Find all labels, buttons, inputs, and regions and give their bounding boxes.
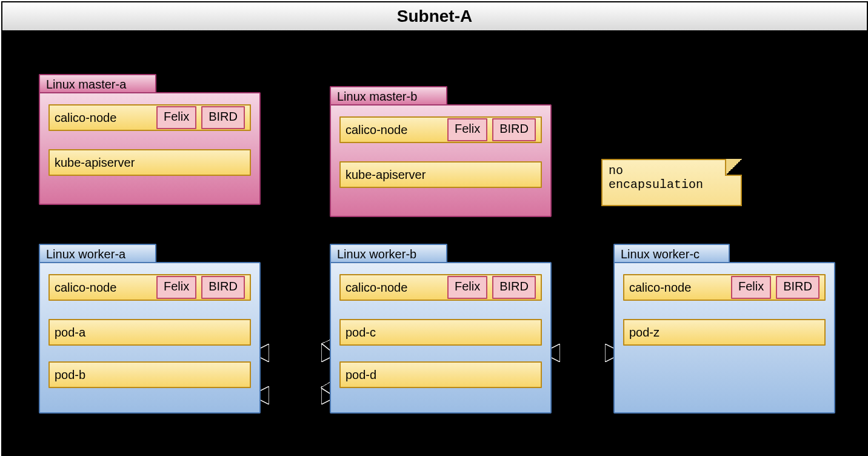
felix-chip: Felix	[447, 118, 487, 141]
sticky-note-no-encapsulation: no encapsulation	[601, 159, 742, 206]
kube-apiserver-row: kube-apiserver	[339, 161, 542, 188]
felix-chip: Felix	[156, 276, 196, 299]
bird-chip: BIRD	[201, 106, 245, 129]
node-tab: Linux worker-b	[330, 244, 447, 263]
pod-row: pod-d	[339, 361, 542, 388]
calico-node-label: calico-node	[346, 123, 447, 137]
bird-chip: BIRD	[492, 276, 536, 299]
felix-chip: Felix	[447, 276, 487, 299]
kube-apiserver-row: kube-apiserver	[48, 149, 251, 176]
bird-chip: BIRD	[492, 118, 536, 141]
node-title: Linux master-a	[46, 78, 126, 91]
window-title: Subnet-A	[397, 7, 472, 25]
bird-chip: BIRD	[201, 276, 245, 299]
note-line2: encapsulation	[609, 178, 735, 192]
node-body: calico-nodeFelixBIRDkube-apiserver	[330, 104, 552, 217]
node-title: Linux master-b	[337, 90, 417, 103]
master-node: Linux master-acalico-nodeFelixBIRDkube-a…	[39, 74, 261, 205]
node-body: calico-nodeFelixBIRDpod-cpod-d	[330, 262, 552, 414]
calico-node-label: calico-node	[629, 281, 731, 295]
calico-node-row: calico-nodeFelixBIRD	[48, 104, 251, 131]
diagram-canvas: Linux master-acalico-nodeFelixBIRDkube-a…	[2, 32, 867, 455]
calico-node-row: calico-nodeFelixBIRD	[48, 274, 251, 301]
pod-row: pod-c	[339, 319, 542, 346]
pod-row-label: pod-a	[55, 326, 250, 340]
calico-node-row: calico-nodeFelixBIRD	[339, 274, 542, 301]
pod-row: pod-b	[48, 361, 251, 388]
node-body: calico-nodeFelixBIRDpod-z	[613, 262, 835, 414]
title-bar: Subnet-A	[2, 2, 867, 32]
worker-node: Linux worker-bcalico-nodeFelixBIRDpod-cp…	[330, 244, 552, 414]
node-title: Linux worker-c	[621, 247, 699, 261]
node-tab: Linux master-b	[330, 86, 447, 106]
pod-row-label: pod-c	[346, 326, 541, 340]
note-line1: no	[609, 164, 735, 178]
node-title: Linux worker-b	[337, 247, 416, 261]
calico-node-label: calico-node	[346, 281, 447, 295]
calico-node-label: calico-node	[55, 281, 156, 295]
worker-node: Linux worker-ccalico-nodeFelixBIRDpod-z	[613, 244, 835, 414]
connection	[255, 175, 336, 395]
calico-node-row: calico-nodeFelixBIRD	[623, 274, 826, 301]
pod-row: pod-a	[48, 319, 251, 346]
connection	[255, 175, 336, 353]
felix-chip: Felix	[731, 276, 771, 299]
node-body: calico-nodeFelixBIRDkube-apiserver	[39, 92, 261, 205]
calico-node-row: calico-nodeFelixBIRD	[339, 116, 542, 143]
master-node: Linux master-bcalico-nodeFelixBIRDkube-a…	[330, 86, 552, 217]
pod-row-label: pod-z	[629, 326, 824, 340]
node-body: calico-nodeFelixBIRDpod-apod-b	[39, 262, 261, 414]
worker-node: Linux worker-acalico-nodeFelixBIRDpod-ap…	[39, 244, 261, 414]
kube-apiserver-row-label: kube-apiserver	[346, 168, 541, 182]
pod-row-label: pod-b	[55, 368, 250, 382]
window-frame: Subnet-A Linux master-acalico-nodeFelixB…	[1, 1, 868, 456]
node-title: Linux worker-a	[46, 247, 125, 261]
node-tab: Linux worker-a	[39, 244, 156, 263]
pod-row: pod-z	[623, 319, 826, 346]
node-tab: Linux master-a	[39, 74, 156, 93]
node-tab: Linux worker-c	[613, 244, 730, 263]
pod-row-label: pod-d	[346, 368, 541, 382]
kube-apiserver-row-label: kube-apiserver	[55, 156, 250, 170]
felix-chip: Felix	[156, 106, 196, 129]
calico-node-label: calico-node	[55, 111, 156, 125]
bird-chip: BIRD	[776, 276, 820, 299]
